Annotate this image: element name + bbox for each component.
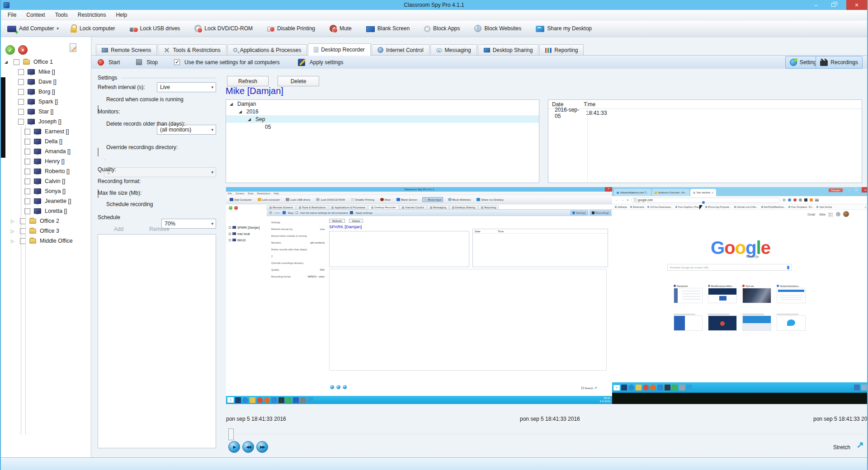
computer-row[interactable]: Star [] — [1, 107, 91, 117]
computer-row[interactable]: Amanda [] — [1, 146, 91, 156]
same-settings-checkbox[interactable] — [174, 59, 180, 65]
schedule-list[interactable] — [98, 234, 216, 448]
computer-checkbox[interactable] — [18, 79, 24, 85]
menu-item[interactable]: Help — [111, 12, 132, 18]
collapse-icon[interactable]: ▷ — [11, 239, 16, 244]
refresh-interval-select[interactable]: Live▾ — [157, 82, 216, 92]
tab[interactable]: Applications & Processes — [227, 44, 307, 55]
fast-forward-button[interactable]: ▶▶ — [256, 441, 268, 453]
collapse-icon[interactable]: ▷ — [11, 219, 16, 224]
menu-item[interactable]: Tools — [50, 12, 73, 18]
toolbar-button[interactable]: Blank Screen — [366, 25, 412, 32]
toolbar-button[interactable]: Lock computer — [71, 25, 118, 33]
computer-row[interactable]: Dave [] — [1, 77, 91, 87]
frame-timestamp-center: pon sep 5 18:41:33 2016 — [520, 416, 580, 422]
expand-icon[interactable]: ◢ — [230, 102, 235, 106]
toolbar-button[interactable]: Block Websites — [474, 25, 524, 32]
computer-row[interactable]: Earnest [] — [1, 127, 91, 136]
menu-item[interactable]: Context — [21, 12, 50, 18]
computer-row[interactable]: Henry [] — [1, 156, 91, 166]
computer-row[interactable]: Roberto [] — [1, 166, 91, 176]
toolbar-button[interactable]: Block Apps — [424, 25, 462, 32]
computer-row[interactable]: Della [] — [1, 136, 91, 146]
delete-older-checkbox[interactable] — [98, 148, 99, 156]
recordings-tree-node-selected[interactable]: ◢Sep — [226, 115, 539, 123]
toolbar-button[interactable]: Lock DVD/CD-ROM — [194, 25, 255, 32]
close-button[interactable]: × — [846, 0, 867, 10]
computer-row[interactable]: Mike [] — [1, 67, 91, 77]
tree-scrollbar[interactable] — [21, 126, 21, 435]
start-button[interactable]: Start — [108, 59, 120, 66]
toolbar-button[interactable]: Lock USB drives — [130, 25, 183, 32]
computer-checkbox[interactable] — [18, 99, 24, 105]
confirm-button[interactable]: ✓ — [5, 45, 15, 55]
delete-days-select[interactable]: 2▾ — [104, 167, 216, 177]
expand-icon[interactable]: ◢ — [5, 60, 10, 64]
computer-checkbox[interactable] — [18, 89, 24, 95]
computer-icon — [28, 119, 35, 124]
computer-icon — [34, 139, 41, 144]
tab[interactable]: Reporting — [539, 44, 584, 55]
restore-button[interactable] — [826, 0, 841, 10]
preview-monitor-left: Classroom Spy Pro 4.1.1 × FileContextToo… — [226, 187, 612, 404]
tree-group-row[interactable]: ▷ Middle Office — [1, 236, 91, 246]
timeline-track[interactable] — [235, 434, 863, 434]
tree-group-row[interactable]: ▷ Office 3 — [1, 226, 91, 236]
recordings-tree-node[interactable]: 05 — [226, 123, 539, 131]
computer-row[interactable]: Joseph [] — [1, 117, 91, 127]
computer-label: Della [] — [45, 138, 62, 145]
recordings-tree-node[interactable]: ◢Damjan — [226, 100, 539, 108]
tab[interactable]: Remote Screens — [96, 44, 157, 55]
tree-scrollbar-track[interactable] — [25, 126, 26, 435]
computer-checkbox[interactable] — [18, 119, 24, 125]
expand-icon[interactable]: ◢ — [239, 109, 244, 114]
recording-row[interactable]: 2016-sep-05 18:41:33 — [548, 109, 862, 117]
timeline-slider-handle[interactable] — [228, 428, 234, 440]
computer-row[interactable]: Borg [] — [1, 87, 91, 97]
toolbar-button[interactable]: Add Computer ▾ — [7, 25, 59, 32]
time-column-header[interactable]: Time — [584, 101, 595, 108]
computer-row[interactable]: Loretta [] — [1, 206, 91, 216]
menu-item[interactable]: Restrictions — [73, 12, 111, 18]
tab[interactable]: Messaging — [430, 44, 477, 55]
quality-select[interactable]: 70%▾ — [161, 219, 216, 229]
tab[interactable]: Desktop Recorder — [308, 43, 371, 56]
play-button[interactable]: ▶ — [228, 441, 240, 453]
tab[interactable]: Tools & Restrictions — [158, 44, 226, 55]
computer-row[interactable]: Calvin [] — [1, 176, 91, 186]
refresh-button[interactable]: Refresh — [227, 76, 269, 86]
tab[interactable]: Internet Control — [372, 44, 429, 55]
delete-button[interactable]: Delete — [278, 76, 319, 86]
group-checkbox[interactable] — [14, 59, 19, 65]
toolbar-button[interactable]: Disable Printing — [267, 25, 318, 32]
computer-row[interactable]: Spark [] — [1, 97, 91, 107]
tab[interactable]: Desktop Sharing — [478, 44, 539, 55]
preview-toolbar-icon — [380, 198, 384, 201]
toolbar-button-icon — [7, 26, 16, 32]
tree-group-office1[interactable]: ◢ Office 1 — [1, 57, 91, 67]
schedule-add-button[interactable]: Add — [114, 226, 123, 232]
menu-item[interactable]: File — [3, 12, 21, 18]
apply-settings-button[interactable]: Apply settings — [310, 59, 344, 66]
computer-row[interactable]: Sonya [] — [1, 186, 91, 196]
edit-icon[interactable] — [70, 43, 76, 52]
recordings-view-button[interactable]: Recordings — [816, 56, 863, 69]
toolbar-button[interactable]: Share my Desktop — [536, 25, 594, 32]
recordings-tree-node[interactable]: ◢2016 — [226, 108, 539, 115]
stop-button[interactable]: Stop — [146, 59, 158, 66]
rewind-button[interactable]: ◀◀ — [242, 441, 254, 453]
schedule-remove-button[interactable]: Remove — [149, 226, 170, 232]
minimize-button[interactable]: – — [808, 0, 824, 10]
tree-group-row[interactable]: ▷ Office 2 — [1, 216, 91, 226]
computer-row[interactable]: Jeanette [] — [1, 196, 91, 206]
expand-icon[interactable]: ◢ — [248, 117, 253, 122]
preview-browser-tab: Nov zavihek × — [690, 189, 716, 196]
collapse-icon[interactable]: ▷ — [11, 229, 16, 234]
toolbar-button[interactable]: Mute — [330, 25, 354, 32]
computer-checkbox[interactable] — [18, 109, 24, 115]
cancel-button[interactable]: × — [18, 45, 28, 55]
quality-label: Quality: — [98, 166, 116, 173]
stretch-expand-icon[interactable]: ↗ — [856, 439, 864, 450]
preview-logo-letter: o — [735, 238, 745, 258]
computer-checkbox[interactable] — [18, 69, 24, 75]
